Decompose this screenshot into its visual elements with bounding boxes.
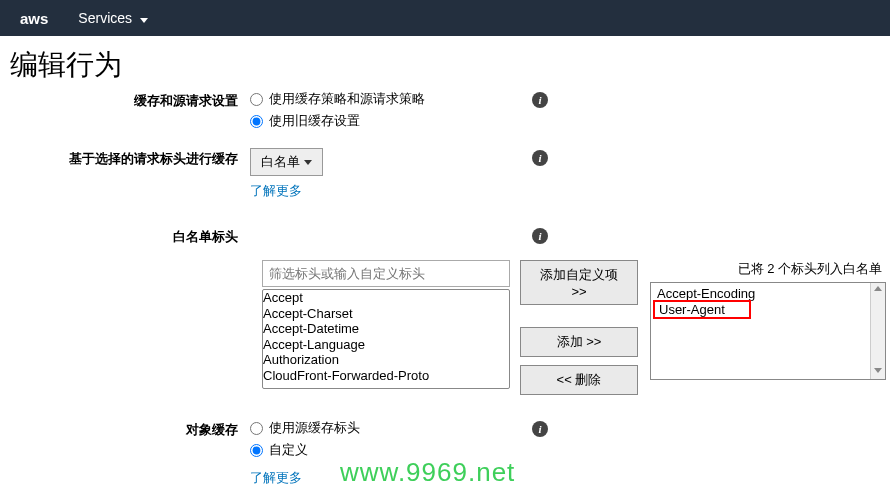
chevron-down-icon bbox=[140, 18, 148, 23]
watermark-text: www.9969.net bbox=[340, 457, 515, 488]
whitelisted-area: 已将 2 个标头列入白名单 Accept-Encoding User-Agent bbox=[650, 260, 886, 395]
transfer-buttons: 添加自定义项 >> 添加 >> << 删除 bbox=[520, 260, 638, 395]
available-headers-listbox[interactable]: AcceptAccept-CharsetAccept-DatetimeAccep… bbox=[262, 289, 510, 389]
radio-origin-cache-input[interactable] bbox=[250, 422, 263, 435]
add-button[interactable]: 添加 >> bbox=[520, 327, 638, 357]
radio-legacy-cache-label: 使用旧缓存设置 bbox=[269, 112, 360, 130]
add-custom-button[interactable]: 添加自定义项 >> bbox=[520, 260, 638, 305]
row-cache-headers: 基于选择的请求标头进行缓存 白名单 了解更多 i bbox=[10, 148, 880, 200]
available-headers-area: AcceptAccept-CharsetAccept-DatetimeAccep… bbox=[262, 260, 510, 395]
learn-more-link[interactable]: 了解更多 bbox=[250, 469, 302, 487]
label-cache-headers: 基于选择的请求标头进行缓存 bbox=[10, 148, 250, 168]
label-whitelist-headers: 白名单标头 bbox=[10, 226, 250, 246]
row-cache-origin: 缓存和源请求设置 使用缓存策略和源请求策略 使用旧缓存设置 i bbox=[10, 90, 880, 134]
services-label: Services bbox=[78, 10, 132, 26]
radio-origin-cache-label: 使用源缓存标头 bbox=[269, 419, 360, 437]
radio-custom-cache-input[interactable] bbox=[250, 444, 263, 457]
info-icon[interactable]: i bbox=[532, 150, 548, 166]
aws-logo: aws bbox=[20, 10, 78, 27]
cache-headers-select[interactable]: 白名单 bbox=[250, 148, 323, 176]
page-title: 编辑行为 bbox=[0, 36, 890, 90]
row-whitelist-headers: 白名单标头 i bbox=[10, 226, 880, 246]
header-option[interactable]: Authorization bbox=[263, 352, 509, 368]
whitelisted-listbox[interactable]: Accept-Encoding User-Agent bbox=[650, 282, 886, 380]
whitelist-count-text: 已将 2 个标头列入白名单 bbox=[650, 260, 886, 278]
header-option[interactable]: Accept-Datetime bbox=[263, 321, 509, 337]
label-object-cache: 对象缓存 bbox=[10, 419, 250, 439]
radio-custom-cache-label: 自定义 bbox=[269, 441, 308, 459]
whitelist-item-label: User-Agent bbox=[659, 302, 725, 317]
radio-cache-policy-label: 使用缓存策略和源请求策略 bbox=[269, 90, 425, 108]
top-navbar: aws Services bbox=[0, 0, 890, 36]
scrollbar[interactable] bbox=[870, 283, 885, 379]
controls-cache-origin: 使用缓存策略和源请求策略 使用旧缓存设置 bbox=[250, 90, 510, 134]
services-menu[interactable]: Services bbox=[78, 10, 148, 26]
cache-headers-select-value: 白名单 bbox=[261, 153, 300, 171]
info-icon[interactable]: i bbox=[532, 92, 548, 108]
info-icon[interactable]: i bbox=[532, 421, 548, 437]
chevron-down-icon bbox=[304, 160, 312, 165]
whitelist-headers-block: AcceptAccept-CharsetAccept-DatetimeAccep… bbox=[262, 260, 880, 395]
label-cache-origin: 缓存和源请求设置 bbox=[10, 90, 250, 110]
header-option[interactable]: Accept-Language bbox=[263, 337, 509, 353]
form-area: 缓存和源请求设置 使用缓存策略和源请求策略 使用旧缓存设置 i 基于选择的请求标… bbox=[0, 90, 890, 487]
learn-more-link[interactable]: 了解更多 bbox=[250, 182, 302, 200]
header-option[interactable]: Accept bbox=[263, 290, 509, 306]
radio-origin-cache[interactable]: 使用源缓存标头 bbox=[250, 419, 510, 437]
remove-button[interactable]: << 删除 bbox=[520, 365, 638, 395]
header-option[interactable]: CloudFront-Forwarded-Proto bbox=[263, 368, 509, 384]
header-option[interactable]: Accept-Charset bbox=[263, 306, 509, 322]
header-filter-input[interactable] bbox=[262, 260, 510, 287]
controls-cache-headers: 白名单 了解更多 bbox=[250, 148, 510, 200]
whitelist-item-highlighted[interactable]: User-Agent bbox=[653, 300, 751, 319]
info-icon[interactable]: i bbox=[532, 228, 548, 244]
radio-cache-policy[interactable]: 使用缓存策略和源请求策略 bbox=[250, 90, 510, 108]
radio-legacy-cache[interactable]: 使用旧缓存设置 bbox=[250, 112, 510, 130]
radio-legacy-cache-input[interactable] bbox=[250, 115, 263, 128]
radio-cache-policy-input[interactable] bbox=[250, 93, 263, 106]
